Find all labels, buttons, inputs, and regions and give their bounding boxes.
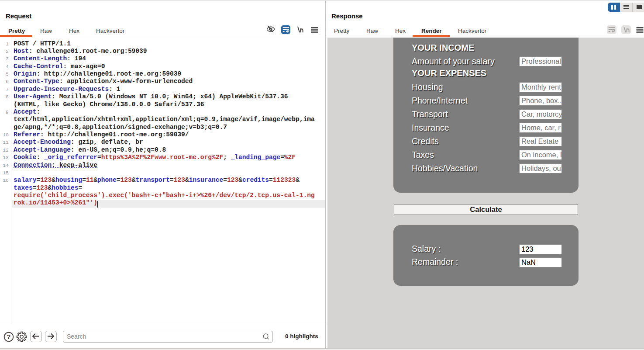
svg-text:?: ? xyxy=(7,333,11,340)
